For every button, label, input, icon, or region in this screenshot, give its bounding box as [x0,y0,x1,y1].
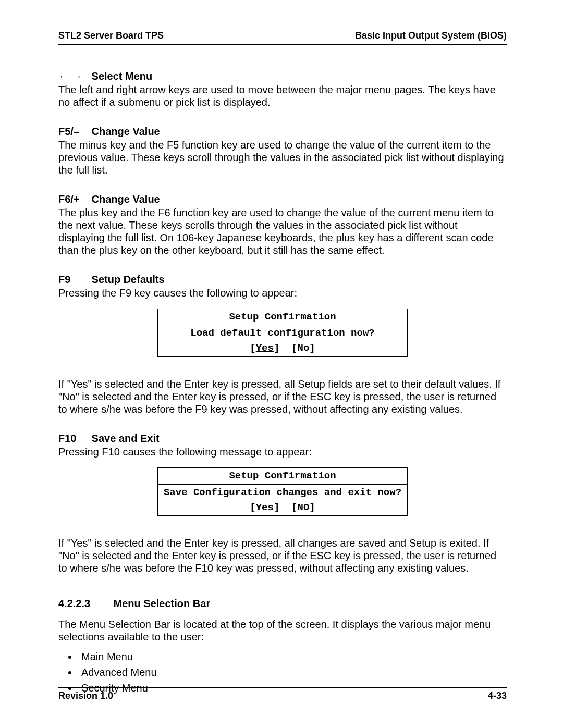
key-label: F10 [58,432,89,445]
dialog-question: Save Configuration changes and exit now? [158,484,408,500]
dialog-title: Setup Confirmation [158,467,408,484]
dialog-options: [Yes] [No] [158,341,408,356]
section-title: Change Value [92,193,160,205]
subsection-number: 4.2.2.3 [58,597,111,610]
subsection-title: Menu Selection Bar [114,598,211,609]
section-lead: Pressing F10 causes the following messag… [58,446,507,458]
page-header: STL2 Server Board TPS Basic Input Output… [58,30,507,45]
dialog-options: [Yes] [NO] [158,501,408,516]
arrow-keys-icon: ← → [58,70,89,82]
section-body: The plus key and the F6 function key are… [58,206,507,256]
section-title: Save and Exit [92,433,160,444]
section-lead: Pressing the F9 key causes the following… [58,287,507,299]
dialog-setup-confirmation: Setup Confirmation Load default configur… [157,309,408,357]
dialog-question: Load default configuration now? [158,325,408,341]
section-after: If "Yes" is selected and the Enter key i… [58,378,507,415]
key-label: F5/– [58,125,89,138]
section-title: Select Menu [92,70,153,82]
section-select-menu: ← → Select Menu The left and right arrow… [58,70,507,108]
page-footer: Revision 1.0 4-33 [58,687,507,702]
section-body: The left and right arrow keys are used t… [58,83,507,108]
section-f5: F5/– Change Value The minus key and the … [58,125,507,176]
section-title: Change Value [92,126,160,137]
dialog-no-option[interactable]: No [298,342,310,354]
header-right: Basic Input Output System (BIOS) [355,30,507,42]
list-item: Main Menu [78,650,507,663]
key-label: F6/+ [58,193,89,205]
footer-right: 4-33 [488,690,507,702]
section-body: The minus key and the F5 function key ar… [58,139,507,176]
footer-left: Revision 1.0 [58,690,113,702]
subsection-body: The Menu Selection Bar is located at the… [58,618,507,643]
header-left: STL2 Server Board TPS [58,30,164,42]
dialog-yes-option[interactable]: Yes [256,342,274,354]
dialog-title: Setup Confirmation [158,309,408,325]
section-f9: F9 Setup Defaults Pressing the F9 key ca… [58,273,507,415]
dialog-yes-option[interactable]: Yes [256,502,274,513]
dialog-no-option[interactable]: NO [298,502,310,513]
section-title: Setup Defaults [92,274,165,285]
section-f10: F10 Save and Exit Pressing F10 causes th… [58,432,507,574]
section-f6: F6/+ Change Value The plus key and the F… [58,193,507,256]
list-item: Advanced Menu [78,666,507,678]
page: STL2 Server Board TPS Basic Input Output… [0,0,563,728]
key-label: F9 [58,273,89,286]
subsection-menu-bar-heading: 4.2.2.3 Menu Selection Bar [58,597,507,610]
section-after: If "Yes" is selected and the Enter key i… [58,537,507,574]
dialog-setup-confirmation: Setup Confirmation Save Configuration ch… [157,467,408,516]
